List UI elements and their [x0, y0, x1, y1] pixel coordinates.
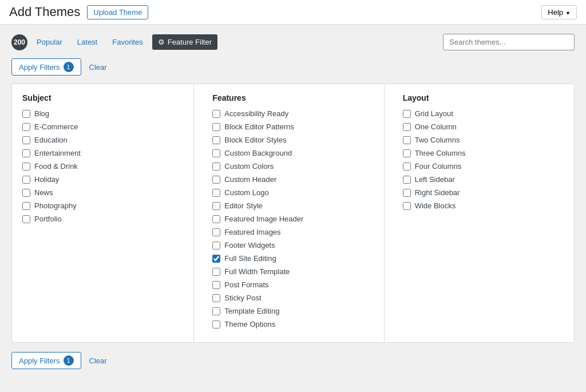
checkbox-label-features-2: Block Editor Styles	[224, 136, 286, 144]
checkbox-features-16[interactable]	[212, 320, 220, 328]
checkbox-layout-3[interactable]	[403, 149, 411, 157]
checkbox-label-layout-2: Two Columns	[415, 136, 460, 144]
checkbox-label-subject-0: Blog	[34, 109, 49, 118]
checkbox-item: Wide Blocks	[403, 201, 564, 210]
checkbox-subject-0[interactable]	[22, 110, 30, 118]
checkbox-label-features-4: Custom Colors	[224, 162, 274, 171]
checkbox-item: Education	[22, 136, 183, 144]
checkbox-item: Photography	[22, 201, 183, 210]
checkbox-label-layout-0: Grid Layout	[415, 109, 453, 118]
checkbox-features-13[interactable]	[212, 281, 220, 289]
checkbox-layout-5[interactable]	[403, 176, 411, 184]
tab-favorites[interactable]: Favorites	[106, 34, 148, 50]
checkbox-label-subject-8: Portfolio	[34, 215, 62, 223]
checkbox-layout-6[interactable]	[403, 189, 411, 197]
bottom-filter-actions: Apply Filters 1 Clear	[11, 352, 575, 369]
checkbox-item: Four Columns	[403, 162, 564, 171]
checkbox-features-9[interactable]	[212, 228, 220, 236]
checkbox-features-6[interactable]	[212, 189, 220, 197]
checkbox-layout-4[interactable]	[403, 163, 411, 171]
checkbox-features-7[interactable]	[212, 202, 220, 210]
tabs-left: 200 Popular Latest Favorites Feature Fil…	[11, 34, 217, 50]
checkbox-label-layout-7: Wide Blocks	[415, 201, 456, 210]
chevron-down-icon	[565, 8, 571, 17]
checkbox-label-features-5: Custom Header	[224, 175, 276, 184]
top-filter-actions: Apply Filters 1 Clear	[11, 58, 575, 76]
checkbox-features-8[interactable]	[212, 215, 220, 223]
checkbox-item: Sticky Post	[212, 294, 373, 302]
features-items: Accessibility ReadyBlock Editor Patterns…	[212, 109, 373, 328]
checkbox-features-10[interactable]	[212, 241, 220, 250]
checkbox-subject-8[interactable]	[22, 215, 30, 223]
checkbox-item: Food & Drink	[22, 162, 183, 171]
apply-filters-count-bottom: 1	[64, 355, 74, 366]
checkbox-layout-2[interactable]	[403, 136, 411, 144]
checkbox-label-subject-7: Photography	[34, 201, 77, 210]
checkbox-item: Featured Image Header	[212, 215, 373, 223]
tabs-row: 200 Popular Latest Favorites Feature Fil…	[11, 34, 575, 50]
checkbox-item: Full Width Template	[212, 267, 373, 276]
checkbox-item: Custom Logo	[212, 188, 373, 197]
checkbox-item: Three Columns	[403, 149, 564, 157]
subject-section: Subject BlogE-CommerceEducationEntertain…	[12, 84, 194, 342]
checkbox-subject-6[interactable]	[22, 189, 30, 197]
checkbox-features-15[interactable]	[212, 307, 220, 315]
checkbox-label-layout-5: Left Sidebar	[415, 175, 455, 184]
checkbox-label-features-7: Editor Style	[224, 201, 262, 210]
gear-icon	[158, 38, 165, 46]
checkbox-item: Custom Background	[212, 149, 373, 157]
checkbox-label-subject-1: E-Commerce	[34, 122, 78, 131]
apply-filters-button-bottom[interactable]: Apply Filters 1	[11, 352, 81, 369]
checkbox-label-subject-2: Education	[34, 136, 68, 144]
checkbox-item: Accessibility Ready	[212, 109, 373, 118]
tab-popular[interactable]: Popular	[31, 34, 68, 50]
tab-latest[interactable]: Latest	[72, 34, 103, 50]
checkbox-layout-1[interactable]	[403, 123, 411, 131]
clear-button-bottom[interactable]: Clear	[86, 354, 110, 368]
checkbox-item: Portfolio	[22, 215, 183, 223]
subject-items: BlogE-CommerceEducationEntertainmentFood…	[22, 109, 183, 223]
checkbox-label-features-6: Custom Logo	[224, 188, 268, 197]
checkbox-label-features-1: Block Editor Patterns	[224, 122, 294, 131]
clear-button-top[interactable]: Clear	[86, 60, 110, 74]
checkbox-layout-7[interactable]	[403, 202, 411, 210]
search-input[interactable]	[443, 34, 575, 50]
checkbox-item: Post Formats	[212, 280, 373, 289]
checkbox-label-features-13: Post Formats	[224, 280, 268, 289]
checkbox-item: Two Columns	[403, 136, 564, 144]
features-section: Features Accessibility ReadyBlock Editor…	[202, 84, 384, 342]
help-button[interactable]: Help	[541, 5, 577, 19]
checkbox-label-features-3: Custom Background	[224, 149, 292, 157]
checkbox-features-5[interactable]	[212, 176, 220, 184]
checkbox-item: Grid Layout	[403, 109, 564, 118]
checkbox-subject-1[interactable]	[22, 123, 30, 131]
checkbox-subject-4[interactable]	[22, 163, 30, 171]
checkbox-features-1[interactable]	[212, 123, 220, 131]
checkbox-features-3[interactable]	[212, 149, 220, 157]
checkbox-subject-2[interactable]	[22, 136, 30, 144]
checkbox-features-11[interactable]	[212, 255, 220, 263]
checkbox-layout-0[interactable]	[403, 110, 411, 118]
checkbox-item: Right Sidebar	[403, 188, 564, 197]
checkbox-subject-3[interactable]	[22, 149, 30, 157]
checkbox-features-14[interactable]	[212, 294, 220, 302]
checkbox-features-12[interactable]	[212, 268, 220, 276]
filter-columns: Subject BlogE-CommerceEducationEntertain…	[11, 84, 575, 343]
checkbox-subject-7[interactable]	[22, 202, 30, 210]
checkbox-features-0[interactable]	[212, 110, 220, 118]
upload-theme-button[interactable]: Upload Theme	[87, 5, 148, 19]
checkbox-subject-5[interactable]	[22, 176, 30, 184]
checkbox-item: Editor Style	[212, 201, 373, 210]
page-title: Add Themes	[9, 5, 80, 19]
tab-feature-filter[interactable]: Feature Filter	[152, 34, 217, 50]
apply-filters-label-bottom: Apply Filters	[19, 357, 60, 365]
checkbox-features-2[interactable]	[212, 136, 220, 144]
checkbox-label-subject-5: Holiday	[34, 175, 59, 184]
checkbox-item: One Column	[403, 122, 564, 131]
checkbox-label-features-0: Accessibility Ready	[224, 109, 288, 118]
checkbox-features-4[interactable]	[212, 163, 220, 171]
layout-title: Layout	[403, 93, 564, 102]
apply-filters-button-top[interactable]: Apply Filters 1	[11, 58, 81, 76]
checkbox-item: Blog	[22, 109, 183, 118]
checkbox-label-features-12: Full Width Template	[224, 267, 290, 276]
